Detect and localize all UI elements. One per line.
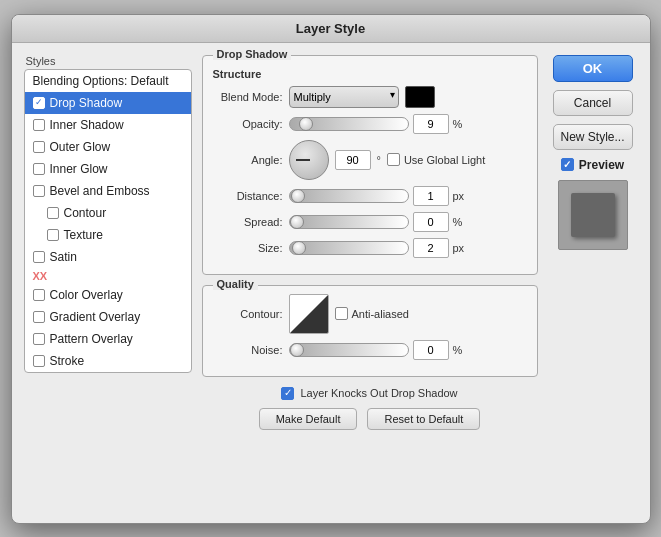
sidebar-item-stroke[interactable]: Stroke xyxy=(25,350,191,372)
noise-label: Noise: xyxy=(213,344,283,356)
anti-alias-checkbox[interactable] xyxy=(335,307,348,320)
satin-checkbox[interactable] xyxy=(33,251,45,263)
opacity-slider[interactable] xyxy=(289,117,409,131)
angle-row: Angle: ° Use Global Light xyxy=(213,140,527,180)
spread-row: Spread: % xyxy=(213,212,527,232)
distance-input[interactable] xyxy=(413,186,449,206)
texture-checkbox[interactable] xyxy=(47,229,59,241)
noise-input[interactable] xyxy=(413,340,449,360)
global-light-text: Use Global Light xyxy=(404,154,485,166)
angle-label: Angle: xyxy=(213,154,283,166)
preview-inner xyxy=(571,193,615,237)
opacity-row: Opacity: % xyxy=(213,114,527,134)
layer-style-dialog: Layer Style Styles Blending Options: Def… xyxy=(11,14,651,524)
gradient-overlay-checkbox[interactable] xyxy=(33,311,45,323)
left-panel: Styles Blending Options: Default Drop Sh… xyxy=(24,55,192,430)
opacity-input[interactable] xyxy=(413,114,449,134)
make-default-button[interactable]: Make Default xyxy=(259,408,358,430)
distance-slider[interactable] xyxy=(289,189,409,203)
sidebar-item-contour[interactable]: Contour xyxy=(25,202,191,224)
ok-button[interactable]: OK xyxy=(553,55,633,82)
spread-input[interactable] xyxy=(413,212,449,232)
sidebar-item-gradient-overlay[interactable]: Gradient Overlay xyxy=(25,306,191,328)
sidebar-item-inner-glow[interactable]: Inner Glow xyxy=(25,158,191,180)
styles-list: Blending Options: Default Drop Shadow In… xyxy=(24,69,192,373)
size-slider[interactable] xyxy=(289,241,409,255)
sidebar-item-pattern-overlay[interactable]: Pattern Overlay xyxy=(25,328,191,350)
noise-slider[interactable] xyxy=(289,343,409,357)
contour-row: Contour: Anti-aliased xyxy=(213,294,527,334)
satin-label: Satin xyxy=(50,250,77,264)
cancel-button[interactable]: Cancel xyxy=(553,90,633,116)
size-slider-container: px xyxy=(289,238,527,258)
global-light-label[interactable]: Use Global Light xyxy=(387,153,485,166)
angle-dial[interactable] xyxy=(289,140,329,180)
inner-shadow-label: Inner Shadow xyxy=(50,118,124,132)
outer-glow-checkbox[interactable] xyxy=(33,141,45,153)
bevel-emboss-label: Bevel and Emboss xyxy=(50,184,150,198)
contour-form-label: Contour: xyxy=(213,308,283,320)
sidebar-item-satin[interactable]: Satin xyxy=(25,246,191,268)
drop-shadow-checkbox[interactable] xyxy=(33,97,45,109)
knock-out-checkbox[interactable] xyxy=(281,387,294,400)
color-overlay-label: Color Overlay xyxy=(50,288,123,302)
bottom-buttons: Make Default Reset to Default xyxy=(202,408,538,430)
sidebar-item-drop-shadow[interactable]: Drop Shadow xyxy=(25,92,191,114)
spread-slider-container: % xyxy=(289,212,527,232)
structure-subtitle: Structure xyxy=(213,68,527,80)
angle-input[interactable] xyxy=(335,150,371,170)
pattern-overlay-checkbox[interactable] xyxy=(33,333,45,345)
new-style-button[interactable]: New Style... xyxy=(553,124,633,150)
inner-shadow-checkbox[interactable] xyxy=(33,119,45,131)
opacity-label: Opacity: xyxy=(213,118,283,130)
texture-label: Texture xyxy=(64,228,103,242)
drop-shadow-section-title: Drop Shadow xyxy=(213,48,292,60)
noise-slider-container: % xyxy=(289,340,527,360)
drop-shadow-section: Drop Shadow Structure Blend Mode: Multip… xyxy=(202,55,538,275)
dial-line xyxy=(296,159,310,161)
blend-mode-select[interactable]: Multiply Normal Screen Overlay xyxy=(289,86,399,108)
inner-glow-checkbox[interactable] xyxy=(33,163,45,175)
gradient-overlay-label: Gradient Overlay xyxy=(50,310,141,324)
sidebar-item-color-overlay[interactable]: Color Overlay xyxy=(25,284,191,306)
sidebar-item-inner-shadow[interactable]: Inner Shadow xyxy=(25,114,191,136)
stroke-checkbox[interactable] xyxy=(33,355,45,367)
global-light-checkbox[interactable] xyxy=(387,153,400,166)
sidebar-item-blending-options[interactable]: Blending Options: Default xyxy=(25,70,191,92)
color-overlay-checkbox[interactable] xyxy=(33,289,45,301)
opacity-slider-container: % xyxy=(289,114,527,134)
blend-mode-row: Blend Mode: Multiply Normal Screen Overl… xyxy=(213,86,527,108)
pattern-overlay-label: Pattern Overlay xyxy=(50,332,133,346)
reset-default-button[interactable]: Reset to Default xyxy=(367,408,480,430)
distance-slider-container: px xyxy=(289,186,527,206)
watermark: XX xyxy=(25,268,191,284)
distance-label: Distance: xyxy=(213,190,283,202)
contour-label: Contour xyxy=(64,206,107,220)
quality-section: Quality Contour: Anti-aliased xyxy=(202,285,538,377)
anti-alias-label[interactable]: Anti-aliased xyxy=(335,307,409,320)
drop-shadow-label: Drop Shadow xyxy=(50,96,123,110)
sidebar-item-bevel-emboss[interactable]: Bevel and Emboss xyxy=(25,180,191,202)
size-label: Size: xyxy=(213,242,283,254)
blend-mode-label: Blend Mode: xyxy=(213,91,283,103)
spread-label: Spread: xyxy=(213,216,283,228)
angle-unit: ° xyxy=(377,154,381,166)
blend-mode-select-wrapper: Multiply Normal Screen Overlay xyxy=(289,86,399,108)
contour-checkbox[interactable] xyxy=(47,207,59,219)
bevel-emboss-checkbox[interactable] xyxy=(33,185,45,197)
outer-glow-label: Outer Glow xyxy=(50,140,111,154)
preview-label-row: Preview xyxy=(561,158,624,172)
size-input[interactable] xyxy=(413,238,449,258)
blending-options-label: Blending Options: Default xyxy=(33,74,169,88)
preview-checkbox[interactable] xyxy=(561,158,574,171)
sidebar-item-texture[interactable]: Texture xyxy=(25,224,191,246)
sidebar-item-outer-glow[interactable]: Outer Glow xyxy=(25,136,191,158)
preview-box xyxy=(558,180,628,250)
spread-unit: % xyxy=(453,216,463,228)
shadow-color-swatch[interactable] xyxy=(405,86,435,108)
inner-glow-label: Inner Glow xyxy=(50,162,108,176)
contour-preview[interactable] xyxy=(289,294,329,334)
spread-slider[interactable] xyxy=(289,215,409,229)
middle-panel: Drop Shadow Structure Blend Mode: Multip… xyxy=(202,55,538,430)
stroke-label: Stroke xyxy=(50,354,85,368)
